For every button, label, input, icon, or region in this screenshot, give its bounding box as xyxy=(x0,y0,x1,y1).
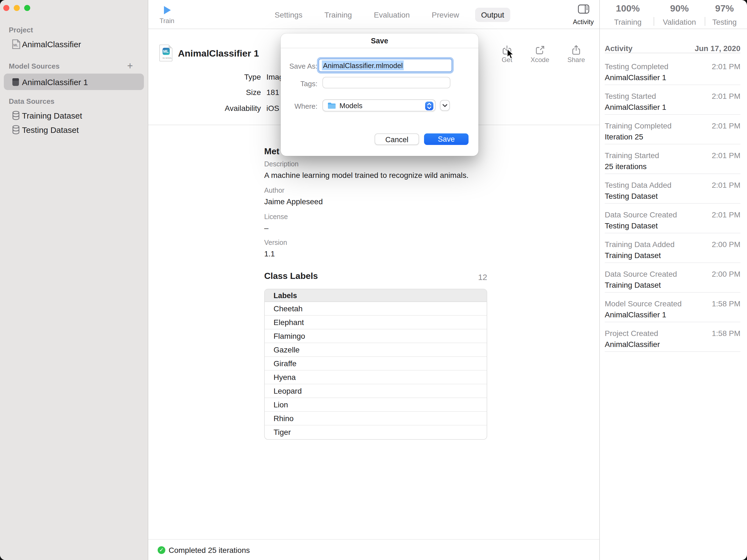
activity-panel-date: Jun 17, 2020 xyxy=(695,44,740,53)
close-window-button[interactable] xyxy=(3,5,9,11)
table-row[interactable]: Rhino xyxy=(265,412,487,426)
status-text: Completed 25 iterations xyxy=(169,546,250,555)
metadata-heading: Met xyxy=(264,146,279,157)
sidebar-item-label: AnimalClassifier xyxy=(22,39,81,49)
author-value: Jaime Appleseed xyxy=(264,197,323,206)
createml-window: Project ML AnimalClassifier Model Source… xyxy=(0,0,747,560)
filename-input[interactable]: AnimalClassifier.mlmodel xyxy=(318,59,452,72)
share-icon xyxy=(571,45,582,55)
sidebar-header-project: Project xyxy=(9,26,33,34)
author-label: Author xyxy=(264,187,285,194)
zoom-window-button[interactable] xyxy=(24,5,30,11)
activity-list: Testing Completed2:01 PM AnimalClassifie… xyxy=(605,53,740,352)
database-icon xyxy=(11,125,21,135)
mlmodel-file-icon: ML ML MODEL xyxy=(159,45,173,61)
activity-button-label: Activity xyxy=(571,18,595,26)
table-row[interactable]: Hyena xyxy=(265,371,487,384)
train-button-label: Train xyxy=(158,17,176,25)
testing-percent: 97% xyxy=(705,3,744,14)
class-labels-table: Labels Cheetah Elephant Flamingo Gazelle… xyxy=(264,289,487,440)
popup-stepper-icon xyxy=(425,101,433,110)
table-row[interactable]: Lion xyxy=(265,398,487,412)
save-button[interactable]: Save xyxy=(424,133,468,145)
status-bar: ✓ Completed 25 iterations xyxy=(158,546,250,555)
activity-panel-divider xyxy=(599,0,600,560)
mouse-cursor xyxy=(507,48,515,62)
sidebar-item-training-dataset[interactable]: Training Dataset xyxy=(0,110,148,122)
activity-entry: Data Source Created2:00 PM Training Data… xyxy=(605,263,740,293)
class-labels-heading: Class Labels xyxy=(264,271,318,281)
table-row[interactable]: Giraffe xyxy=(265,357,487,371)
activity-panel-title: Activity xyxy=(605,44,633,53)
tab-bar: Settings Training Evaluation Preview Out… xyxy=(264,7,515,22)
activity-entry: Training Started2:01 PM 25 iterations xyxy=(605,144,740,174)
svg-text:ML: ML xyxy=(13,43,18,47)
table-row[interactable]: Leopard xyxy=(265,384,487,398)
minimize-window-button[interactable] xyxy=(14,5,20,11)
table-column-header: Labels xyxy=(265,289,487,302)
chevron-down-icon xyxy=(442,104,448,107)
filename-selected-text: AnimalClassifier.mlmodel xyxy=(322,60,404,70)
page-title: AnimalClassifier 1 xyxy=(178,48,259,59)
activity-entry: Testing Completed2:01 PM AnimalClassifie… xyxy=(605,53,740,85)
table-row[interactable]: Elephant xyxy=(265,316,487,329)
sidebar-item-model-source[interactable]: AnimalClassifier 1 xyxy=(0,76,148,88)
xcode-button-label: Xcode xyxy=(527,56,553,64)
tab-evaluation[interactable]: Evaluation xyxy=(368,7,416,22)
validation-label: Validation xyxy=(657,18,702,26)
activity-toggle-button[interactable]: Activity xyxy=(571,4,595,26)
where-popup-value: Models xyxy=(339,101,362,109)
activity-entry: Testing Data Added2:01 PM Testing Datase… xyxy=(605,174,740,204)
stat-validation: 90% Validation xyxy=(657,3,702,26)
validation-percent: 90% xyxy=(657,3,702,14)
activity-entry: Training Data Added2:00 PM Training Data… xyxy=(605,233,740,263)
where-label: Where: xyxy=(281,102,317,110)
xcode-button[interactable]: Xcode xyxy=(527,45,553,64)
stat-separator xyxy=(654,17,654,26)
dialog-title: Save xyxy=(281,33,479,48)
table-row[interactable]: Cheetah xyxy=(265,302,487,316)
tags-input[interactable] xyxy=(323,77,450,88)
table-row[interactable]: Gazelle xyxy=(265,343,487,357)
folder-icon xyxy=(327,102,336,109)
open-in-xcode-icon xyxy=(535,45,545,55)
training-percent: 100% xyxy=(607,3,649,14)
status-bar-divider xyxy=(148,539,599,540)
tab-output[interactable]: Output xyxy=(475,7,510,22)
cancel-button[interactable]: Cancel xyxy=(375,133,419,145)
sidebar-panel-icon xyxy=(577,4,589,14)
activity-panel-header: Activity Jun 17, 2020 xyxy=(605,44,740,53)
table-row[interactable]: Tiger xyxy=(265,426,487,439)
play-icon xyxy=(163,5,171,15)
success-check-icon: ✓ xyxy=(158,546,165,554)
sidebar-item-testing-dataset[interactable]: Testing Dataset xyxy=(0,124,148,136)
description-label: Description xyxy=(264,160,299,168)
train-button[interactable]: Train xyxy=(158,5,176,25)
table-row[interactable]: Flamingo xyxy=(265,329,487,343)
training-label: Training xyxy=(607,18,649,26)
toolbar-divider xyxy=(148,29,747,29)
save-dialog: Save Save As: AnimalClassifier.mlmodel T… xyxy=(281,33,479,156)
testing-label: Testing xyxy=(705,18,744,26)
tab-settings[interactable]: Settings xyxy=(268,7,308,22)
activity-entry: Testing Started2:01 PM AnimalClassifier … xyxy=(605,85,740,115)
sidebar-item-project[interactable]: ML AnimalClassifier xyxy=(0,38,148,51)
activity-entry: Data Source Created2:01 PM Testing Datas… xyxy=(605,204,740,233)
sidebar-header-data-sources: Data Sources xyxy=(9,97,54,105)
stat-testing: 97% Testing xyxy=(705,3,744,26)
tab-training[interactable]: Training xyxy=(318,7,358,22)
sidebar-header-model-sources: Model Sources + xyxy=(9,62,140,70)
add-model-source-button[interactable]: + xyxy=(127,62,133,70)
model-icon xyxy=(11,77,21,88)
stat-training: 100% Training xyxy=(607,3,649,26)
save-as-label: Save As: xyxy=(281,62,317,70)
tab-preview[interactable]: Preview xyxy=(426,7,465,22)
ml-document-icon: ML xyxy=(11,39,21,49)
license-value: – xyxy=(264,223,268,232)
expand-dialog-button[interactable] xyxy=(440,100,450,111)
share-button[interactable]: Share xyxy=(563,45,589,64)
sidebar: Project ML AnimalClassifier Model Source… xyxy=(0,0,148,560)
activity-entry: Model Source Created1:58 PM AnimalClassi… xyxy=(605,293,740,322)
where-popup-button[interactable]: Models xyxy=(323,99,436,111)
tags-label: Tags: xyxy=(281,80,317,88)
